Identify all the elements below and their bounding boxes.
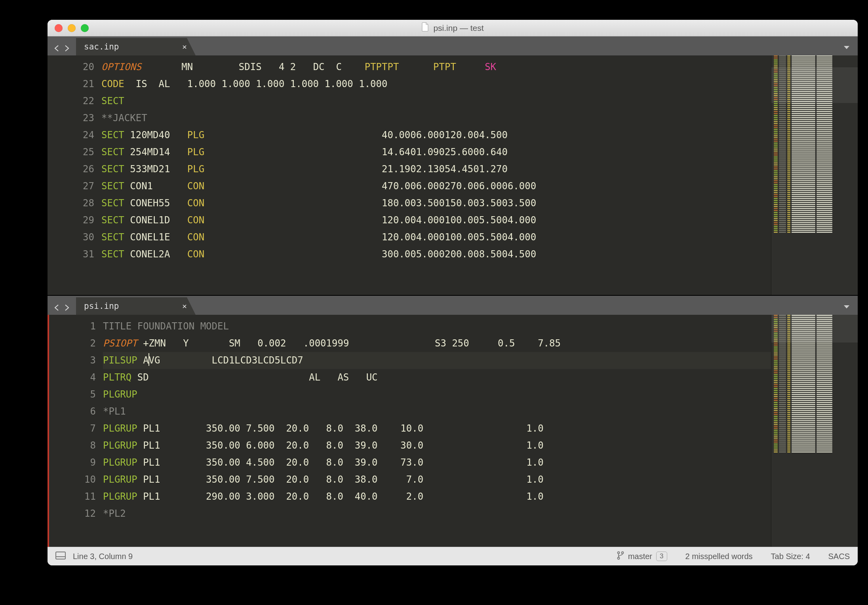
minimap-line <box>771 441 858 443</box>
status-spellcheck[interactable]: 2 misspelled words <box>685 552 753 561</box>
minimap-line <box>771 224 858 225</box>
tab-psi-inp[interactable]: psi.inp × <box>76 297 196 315</box>
panel-icon[interactable] <box>55 552 66 561</box>
minimap-line <box>771 380 858 381</box>
minimap-line <box>771 63 858 65</box>
minimap-line <box>771 196 858 197</box>
window-title: psi.inp — test <box>433 23 483 33</box>
nav-forward-icon[interactable] <box>63 304 70 312</box>
code-line[interactable]: PLGRUP PL1 350.00 7.500 20.0 8.0 38.0 7.… <box>103 471 771 488</box>
code-line[interactable]: PSIOPT +ZMN Y SM 0.002 .0001999 S3 250 0… <box>103 335 771 352</box>
code-line[interactable]: SECT 254MD14 PLG 14.6401.09025.6000.640 <box>101 144 771 161</box>
line-number: 26 <box>48 161 94 178</box>
minimap-line <box>771 451 858 453</box>
minimap-line <box>771 204 858 205</box>
minimap-line <box>771 216 858 217</box>
code-line[interactable]: SECT <box>101 93 771 110</box>
code-line[interactable]: OPTIONS MN SDIS 4 2 DC C PTPTPT PTPT SK <box>101 59 771 76</box>
minimap-line <box>771 426 858 427</box>
minimap-line <box>771 394 858 395</box>
code-line[interactable]: PLGRUP PL1 290.00 3.000 20.0 8.0 40.0 2.… <box>103 488 771 505</box>
minimap-bottom[interactable] <box>771 315 858 547</box>
code-line[interactable]: *PL1 <box>103 403 771 420</box>
minimap-line <box>771 57 858 59</box>
status-indent[interactable]: Tab Size: 4 <box>771 552 810 561</box>
titlebar: psi.inp — test <box>48 20 858 36</box>
minimap-line <box>771 103 858 104</box>
minimap-line <box>771 174 858 175</box>
minimap-line <box>771 198 858 199</box>
minimap-line <box>771 228 858 229</box>
code-line[interactable]: SECT 533MD21 PLG 21.1902.13054.4501.270 <box>101 161 771 178</box>
minimap-line <box>771 346 858 348</box>
tabstrip-menu-icon[interactable] <box>843 44 851 51</box>
code-line[interactable]: SECT 120MD40 PLG 40.0006.000120.004.500 <box>101 127 771 144</box>
code-bottom[interactable]: TITLE FOUNDATION MODELPSIOPT +ZMN Y SM 0… <box>103 315 771 547</box>
tabstrip-menu-icon[interactable] <box>843 303 851 311</box>
code-top[interactable]: OPTIONS MN SDIS 4 2 DC C PTPTPT PTPT SKC… <box>101 55 771 295</box>
status-git[interactable]: master 3 <box>617 551 667 562</box>
line-number: 11 <box>49 488 96 505</box>
minimap-line <box>771 422 858 423</box>
tab-close-icon[interactable]: × <box>182 42 187 51</box>
line-number: 10 <box>49 471 96 488</box>
minimap-line <box>771 410 858 411</box>
minimap-line <box>771 220 858 221</box>
minimap-line <box>771 162 858 164</box>
code-line[interactable]: PLGRUP <box>103 386 771 403</box>
code-line[interactable]: PLGRUP PL1 350.00 7.500 20.0 8.0 38.0 10… <box>103 420 771 437</box>
minimap-line <box>771 222 858 223</box>
minimap-line <box>771 180 858 181</box>
code-line[interactable]: *PL2 <box>103 505 771 522</box>
code-line[interactable]: SECT CONEL1E CON 120.004.000100.005.5004… <box>101 229 771 246</box>
code-line[interactable]: SECT CONEH55 CON 180.003.500150.003.5003… <box>101 195 771 212</box>
minimap-line <box>771 139 858 140</box>
minimap-line <box>771 150 858 152</box>
nav-back-icon[interactable] <box>53 304 61 312</box>
minimap-line <box>771 111 858 112</box>
code-line[interactable]: PLGRUP PL1 350.00 4.500 20.0 8.0 39.0 73… <box>103 454 771 471</box>
code-line[interactable]: TITLE FOUNDATION MODEL <box>103 318 771 335</box>
minimap-line <box>771 129 858 130</box>
code-line[interactable]: CODE IS AL 1.000 1.000 1.000 1.000 1.000… <box>101 76 771 93</box>
minimap-line <box>771 164 858 166</box>
nav-forward-icon[interactable] <box>63 44 70 52</box>
code-line[interactable]: PLGRUP PL1 350.00 6.000 20.0 8.0 39.0 30… <box>103 437 771 454</box>
gutter-bottom: 123456789101112 <box>49 315 103 547</box>
line-number: 25 <box>48 144 94 161</box>
code-line[interactable]: SECT CONEL1D CON 120.004.000100.005.5004… <box>101 212 771 229</box>
line-number: 7 <box>49 420 96 437</box>
code-line[interactable]: **JACKET <box>101 110 771 127</box>
status-syntax[interactable]: SACS <box>828 552 850 561</box>
line-number: 1 <box>49 318 96 335</box>
app-window: psi.inp — test sac.inp <box>48 20 858 565</box>
minimap-top[interactable] <box>771 55 858 295</box>
minimap-line <box>771 178 858 179</box>
tab-close-icon[interactable]: × <box>182 301 187 311</box>
minimap-line <box>771 416 858 417</box>
code-line[interactable]: SECT CONEL2A CON 300.005.000200.008.5004… <box>101 246 771 263</box>
minimap-line <box>771 378 858 379</box>
line-number: 2 <box>49 335 96 352</box>
line-number: 27 <box>48 178 94 195</box>
minimap-line <box>771 449 858 451</box>
minimap-line <box>771 352 858 354</box>
minimap-line <box>771 364 858 365</box>
minimap-line <box>771 366 858 367</box>
line-number: 6 <box>49 403 96 420</box>
tab-sac-inp[interactable]: sac.inp × <box>76 38 196 55</box>
line-number: 29 <box>48 212 94 229</box>
minimap-line <box>771 374 858 375</box>
code-line[interactable]: SECT CON1 CON 470.006.000270.006.0006.00… <box>101 178 771 195</box>
nav-back-icon[interactable] <box>53 44 61 52</box>
minimap-line <box>771 408 858 409</box>
svg-point-3 <box>621 552 623 554</box>
code-line[interactable]: PILSUP AVG LCD1LCD3LCD5LCD7 <box>103 352 771 369</box>
minimap-line <box>771 107 858 108</box>
minimap-line <box>771 424 858 425</box>
minimap-line <box>771 218 858 219</box>
code-line[interactable]: PLTRQ SD AL AS UC <box>103 369 771 386</box>
minimap-line <box>771 230 858 231</box>
status-position[interactable]: Line 3, Column 9 <box>73 552 133 561</box>
minimap-line <box>771 172 858 173</box>
